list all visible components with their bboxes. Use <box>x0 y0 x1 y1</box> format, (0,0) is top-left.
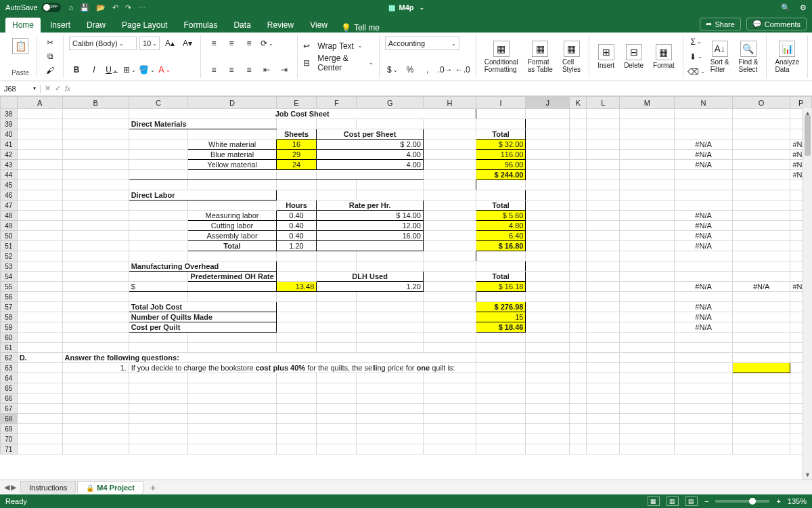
cell-L68[interactable] <box>587 414 620 424</box>
cell-L45[interactable] <box>587 180 620 190</box>
sheet-nav-prev-icon[interactable]: ◀ <box>4 483 9 492</box>
font-size-select[interactable]: 10⌄ <box>139 37 160 50</box>
copy-icon[interactable]: ⧉ <box>43 50 58 62</box>
cell-I56[interactable] <box>476 292 526 302</box>
column-header-M[interactable]: M <box>620 97 675 109</box>
cell-M55[interactable] <box>620 282 675 292</box>
cell-J62[interactable] <box>526 353 570 363</box>
cell-A40[interactable] <box>17 129 62 140</box>
cell-E49[interactable]: 0.40 <box>276 221 316 231</box>
cell-J41[interactable] <box>526 140 570 150</box>
cell-O64[interactable] <box>732 373 790 383</box>
cell-M42[interactable] <box>620 150 675 160</box>
cell-B56[interactable] <box>62 292 129 302</box>
cell-J70[interactable] <box>526 434 570 444</box>
cell-K59[interactable] <box>569 322 586 333</box>
cell-O40[interactable] <box>732 129 790 140</box>
column-header-D[interactable]: D <box>188 97 276 109</box>
cell-M48[interactable] <box>620 211 675 221</box>
cell-D45[interactable] <box>188 180 276 190</box>
cell-J38[interactable] <box>526 109 570 119</box>
row-header-58[interactable]: 58 <box>1 312 18 322</box>
cell-I47[interactable]: Total <box>476 200 526 211</box>
cell-L47[interactable] <box>587 200 620 211</box>
cell-B65[interactable] <box>62 383 129 394</box>
cell-G57[interactable] <box>357 302 424 312</box>
cell-styles-button[interactable]: ▦Cell Styles <box>560 39 583 75</box>
cell-L53[interactable] <box>587 261 620 272</box>
cell-L60[interactable] <box>587 333 620 343</box>
cell-H51[interactable] <box>423 241 476 251</box>
cell-H45[interactable] <box>423 180 476 190</box>
conditional-formatting-button[interactable]: ▦Conditional Formatting <box>482 39 521 75</box>
cell-L71[interactable] <box>587 444 620 454</box>
cell-A70[interactable] <box>17 434 62 444</box>
cell-C47[interactable] <box>129 200 188 211</box>
number-format-select[interactable]: Accounting⌄ <box>385 37 459 50</box>
spreadsheet-grid[interactable]: ABCDEFGHIJKLMNOP38Job Cost Sheet39Direct… <box>0 96 812 480</box>
row-header-53[interactable]: 53 <box>1 261 18 272</box>
autosum-icon[interactable]: Σ⌄ <box>689 35 704 49</box>
cell-J54[interactable] <box>526 272 570 282</box>
cell-M52[interactable] <box>620 251 675 261</box>
cell-C55[interactable]: $ <box>129 282 188 292</box>
cell-E47[interactable]: Hours <box>276 200 316 211</box>
cell-N45[interactable] <box>675 180 733 190</box>
cell-N54[interactable] <box>675 272 733 282</box>
cell-O38[interactable] <box>732 109 790 119</box>
cell-E43[interactable]: 24 <box>276 160 316 170</box>
cell-I52[interactable] <box>476 251 526 261</box>
cell-H66[interactable] <box>423 394 476 404</box>
cell-J61[interactable] <box>526 343 570 353</box>
share-button[interactable]: ➦Share <box>700 18 740 30</box>
cell-J39[interactable] <box>526 119 570 129</box>
cell-K45[interactable] <box>569 180 586 190</box>
cell-K69[interactable] <box>569 424 586 434</box>
cell-M46[interactable] <box>620 190 675 200</box>
cell-K41[interactable] <box>569 140 586 150</box>
cell-E50[interactable]: 0.40 <box>276 231 316 241</box>
cell-J59[interactable] <box>526 322 570 333</box>
cell-O56[interactable] <box>732 292 790 302</box>
cell-E42[interactable]: 29 <box>276 150 316 160</box>
cell-J58[interactable] <box>526 312 570 322</box>
cell-C38[interactable]: Job Cost Sheet <box>129 109 476 119</box>
cell-B45[interactable] <box>62 180 129 190</box>
cell-L58[interactable] <box>587 312 620 322</box>
cell-M66[interactable] <box>620 394 675 404</box>
cell-L63[interactable] <box>587 363 620 373</box>
cell-D47[interactable] <box>188 200 276 211</box>
column-header-N[interactable]: N <box>675 97 733 109</box>
cell-I68[interactable] <box>476 414 526 424</box>
cell-L65[interactable] <box>587 383 620 394</box>
cell-E68[interactable] <box>276 414 316 424</box>
cell-N59[interactable]: #N/A <box>675 322 733 333</box>
cell-C67[interactable] <box>129 404 188 414</box>
cell-I71[interactable] <box>476 444 526 454</box>
cell-O66[interactable] <box>732 394 790 404</box>
cell-A46[interactable] <box>17 190 62 200</box>
cell-O48[interactable] <box>732 211 790 221</box>
cell-M60[interactable] <box>620 333 675 343</box>
row-header-69[interactable]: 69 <box>1 424 18 434</box>
cell-H49[interactable] <box>423 221 476 231</box>
cell-C41[interactable] <box>129 140 188 150</box>
cell-E66[interactable] <box>276 394 316 404</box>
cell-I45[interactable] <box>476 180 526 190</box>
cell-L56[interactable] <box>587 292 620 302</box>
cell-J43[interactable] <box>526 160 570 170</box>
cell-A55[interactable] <box>17 282 62 292</box>
sheet-tab-instructions[interactable]: Instructions <box>20 481 76 494</box>
cell-D48[interactable]: Measuring labor <box>188 211 276 221</box>
cell-F70[interactable] <box>317 434 357 444</box>
cell-N51[interactable]: #N/A <box>675 241 733 251</box>
cell-I67[interactable] <box>476 404 526 414</box>
cell-K65[interactable] <box>569 383 586 394</box>
open-icon[interactable]: 📂 <box>96 3 106 12</box>
ribbon-tab-data[interactable]: Data <box>227 18 257 33</box>
cell-C71[interactable] <box>129 444 188 454</box>
cell-L42[interactable] <box>587 150 620 160</box>
cell-H65[interactable] <box>423 383 476 394</box>
cell-M41[interactable] <box>620 140 675 150</box>
cell-I53[interactable] <box>476 261 526 272</box>
